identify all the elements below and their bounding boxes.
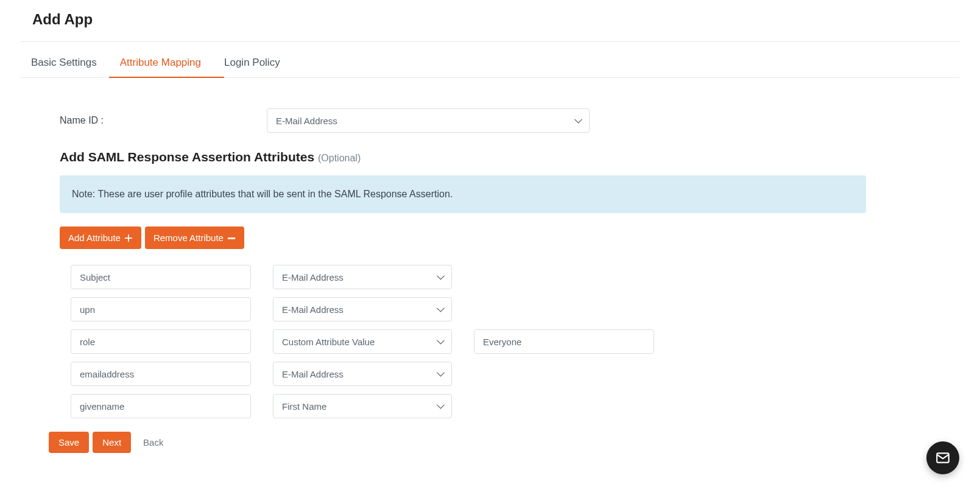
plus-icon bbox=[124, 234, 133, 242]
attribute-name-input[interactable] bbox=[71, 394, 251, 418]
tab-attribute-mapping[interactable]: Attribute Mapping bbox=[120, 48, 213, 77]
attribute-custom-input[interactable] bbox=[474, 329, 654, 354]
chat-widget-button[interactable] bbox=[926, 441, 959, 474]
attribute-value-select[interactable]: First Name bbox=[273, 394, 452, 418]
tab-basic-settings[interactable]: Basic Settings bbox=[31, 48, 109, 77]
mail-icon bbox=[935, 450, 951, 466]
attribute-row: Custom Attribute Value bbox=[71, 329, 920, 354]
section-heading-text: Add SAML Response Assertion Attributes bbox=[60, 150, 314, 164]
add-attribute-label: Add Attribute bbox=[68, 233, 121, 243]
attribute-name-input[interactable] bbox=[71, 265, 251, 289]
add-attribute-button[interactable]: Add Attribute bbox=[60, 226, 141, 249]
attribute-name-input[interactable] bbox=[71, 297, 251, 321]
tab-login-policy[interactable]: Login Policy bbox=[224, 48, 292, 77]
name-id-select[interactable]: E-Mail Address bbox=[267, 108, 590, 133]
attribute-rows: E-Mail Address E-Mail Address Custom Att… bbox=[60, 265, 920, 418]
svg-rect-0 bbox=[228, 237, 235, 239]
section-heading: Add SAML Response Assertion Attributes (… bbox=[60, 150, 920, 164]
attribute-value-select[interactable]: E-Mail Address bbox=[273, 362, 452, 386]
save-button[interactable]: Save bbox=[49, 432, 89, 453]
next-button[interactable]: Next bbox=[93, 432, 131, 453]
attribute-row: E-Mail Address bbox=[71, 362, 920, 386]
attribute-value-select[interactable]: Custom Attribute Value bbox=[273, 329, 452, 354]
back-link[interactable]: Back bbox=[135, 437, 172, 448]
attribute-row: E-Mail Address bbox=[71, 265, 920, 289]
tabs: Basic Settings Attribute Mapping Login P… bbox=[20, 48, 960, 78]
attribute-value-select[interactable]: E-Mail Address bbox=[273, 265, 452, 289]
attribute-name-input[interactable] bbox=[71, 329, 251, 354]
name-id-label: Name ID : bbox=[60, 115, 267, 126]
note-box: Note: These are user profile attributes … bbox=[60, 175, 866, 213]
page-title: Add App bbox=[20, 0, 960, 42]
remove-attribute-button[interactable]: Remove Attribute bbox=[145, 226, 244, 249]
attribute-row: First Name bbox=[71, 394, 920, 418]
section-heading-optional: (Optional) bbox=[318, 153, 361, 163]
attribute-name-input[interactable] bbox=[71, 362, 251, 386]
attribute-row: E-Mail Address bbox=[71, 297, 920, 321]
remove-attribute-label: Remove Attribute bbox=[153, 233, 224, 243]
attribute-value-select[interactable]: E-Mail Address bbox=[273, 297, 452, 321]
minus-icon bbox=[227, 234, 236, 242]
